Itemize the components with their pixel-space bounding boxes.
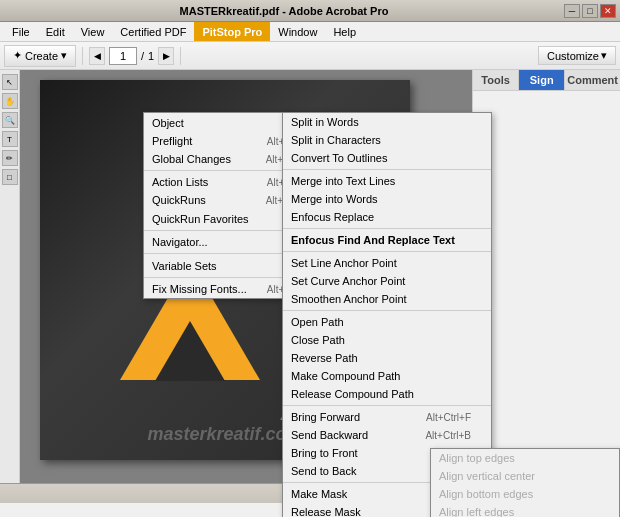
customize-button[interactable]: Customize ▾ (538, 46, 616, 65)
obj-releasecompound[interactable]: Release Compound Path (283, 385, 491, 403)
obj-bringforward[interactable]: Bring Forward Alt+Ctrl+F (283, 408, 491, 426)
actionlists-label: Action Lists (152, 176, 208, 188)
obj-sendbackward[interactable]: Send Backward Alt+Ctrl+B (283, 426, 491, 444)
tool-text[interactable]: T (2, 131, 18, 147)
menu-view[interactable]: View (73, 22, 113, 41)
splitwords-label: Split in Words (291, 116, 359, 128)
obj-makecompound[interactable]: Make Compound Path (283, 367, 491, 385)
releasemask-label: Release Mask (291, 506, 361, 517)
obj-reversepath[interactable]: Reverse Path (283, 349, 491, 367)
obj-splitchars[interactable]: Split in Characters (283, 131, 491, 149)
obj-splitwords[interactable]: Split in Words (283, 113, 491, 131)
create-star-icon: ✦ (13, 49, 22, 62)
tool-select[interactable]: ↖ (2, 74, 18, 90)
mergetextlines-label: Merge into Text Lines (291, 175, 395, 187)
tab-tools[interactable]: Tools (473, 70, 519, 90)
obj-convertoutlines[interactable]: Convert To Outlines (283, 149, 491, 167)
align-bottom[interactable]: Align bottom edges (431, 485, 619, 503)
arrow-shape-inner (155, 321, 225, 381)
varsets-label: Variable Sets (152, 260, 217, 272)
menu-bar: File Edit View Certified PDF PitStop Pro… (0, 22, 620, 42)
tool-zoom[interactable]: 🔍 (2, 112, 18, 128)
globalchanges-label: Global Changes (152, 153, 231, 165)
obj-sep2 (283, 228, 491, 229)
customize-dropdown-icon: ▾ (601, 49, 607, 62)
obj-mergetextlines[interactable]: Merge into Text Lines (283, 172, 491, 190)
toolbar: ✦ Create ▾ ◀ / 1 ▶ Customize ▾ (0, 42, 620, 70)
nav-next-button[interactable]: ▶ (158, 47, 174, 65)
right-panel-tabs: Tools Sign Comment (473, 70, 620, 91)
main-area: ↖ ✋ 🔍 T ✏ □ masterkreatif.com (0, 70, 620, 483)
mergewords-label: Merge into Words (291, 193, 378, 205)
menu-edit[interactable]: Edit (38, 22, 73, 41)
align-top-label: Align top edges (439, 452, 515, 464)
openpath-label: Open Path (291, 316, 344, 328)
page-separator: / (141, 50, 144, 62)
sendback-label: Send to Back (291, 465, 356, 477)
smoothen-label: Smoothen Anchor Point (291, 293, 407, 305)
menu-certpdf[interactable]: Certified PDF (112, 22, 194, 41)
obj-sep4 (283, 310, 491, 311)
app-title: MASTERkreatif.pdf - Adobe Acrobat Pro (4, 5, 564, 17)
align-left[interactable]: Align left edges (431, 503, 619, 517)
sendbackward-label: Send Backward (291, 429, 368, 441)
tab-sign[interactable]: Sign (519, 70, 565, 90)
align-top[interactable]: Align top edges (431, 449, 619, 467)
preflight-label: Preflight (152, 135, 192, 147)
obj-closepath[interactable]: Close Path (283, 331, 491, 349)
fixfonts-label: Fix Missing Fonts... (152, 283, 247, 295)
obj-enfocusfind[interactable]: Enfocus Find And Replace Text (283, 231, 491, 249)
setlineanchor-label: Set Line Anchor Point (291, 257, 397, 269)
obj-enfocusreplace[interactable]: Enfocus Replace (283, 208, 491, 226)
title-bar: MASTERkreatif.pdf - Adobe Acrobat Pro ─ … (0, 0, 620, 22)
bringfront-label: Bring to Front (291, 447, 358, 459)
maximize-button[interactable]: □ (582, 4, 598, 18)
menu-help[interactable]: Help (325, 22, 364, 41)
sendbackward-shortcut: Alt+Ctrl+B (425, 430, 471, 441)
menu-window[interactable]: Window (270, 22, 325, 41)
nav-prev-button[interactable]: ◀ (89, 47, 105, 65)
create-button[interactable]: ✦ Create ▾ (4, 45, 76, 67)
obj-mergewords[interactable]: Merge into Words (283, 190, 491, 208)
releasecompound-label: Release Compound Path (291, 388, 414, 400)
customize-label: Customize (547, 50, 599, 62)
quickrunfav-label: QuickRun Favorites (152, 213, 249, 225)
closepath-label: Close Path (291, 334, 345, 346)
window-controls[interactable]: ─ □ ✕ (564, 4, 616, 18)
navigator-label: Navigator... (152, 236, 208, 248)
tool-shape[interactable]: □ (2, 169, 18, 185)
menu-file[interactable]: File (4, 22, 38, 41)
page-total: 1 (148, 50, 154, 62)
align-bottom-label: Align bottom edges (439, 488, 533, 500)
page-nav: / 1 (109, 47, 154, 65)
quickruns-label: QuickRuns (152, 194, 206, 206)
setcurveanchor-label: Set Curve Anchor Point (291, 275, 405, 287)
left-sidebar: ↖ ✋ 🔍 T ✏ □ (0, 70, 20, 483)
toolbar-separator-2 (180, 47, 181, 65)
align-left-label: Align left edges (439, 506, 514, 517)
tab-comment[interactable]: Comment (565, 70, 620, 90)
bringforward-shortcut: Alt+Ctrl+F (426, 412, 471, 423)
page-number-input[interactable] (109, 47, 137, 65)
obj-smoothen[interactable]: Smoothen Anchor Point (283, 290, 491, 308)
tool-draw[interactable]: ✏ (2, 150, 18, 166)
tool-hand[interactable]: ✋ (2, 93, 18, 109)
align-vcenter[interactable]: Align vertical center (431, 467, 619, 485)
splitchars-label: Split in Characters (291, 134, 381, 146)
object-label: Object (152, 117, 184, 129)
obj-sep1 (283, 169, 491, 170)
obj-sep5 (283, 405, 491, 406)
enfocusfind-label: Enfocus Find And Replace Text (291, 234, 455, 246)
create-label: Create (25, 50, 58, 62)
obj-openpath[interactable]: Open Path (283, 313, 491, 331)
obj-setcurveanchor[interactable]: Set Curve Anchor Point (283, 272, 491, 290)
obj-setlineanchor[interactable]: Set Line Anchor Point (283, 254, 491, 272)
align-submenu[interactable]: Align top edges Align vertical center Al… (430, 448, 620, 517)
menu-pitstop[interactable]: PitStop Pro (194, 22, 270, 41)
minimize-button[interactable]: ─ (564, 4, 580, 18)
enfocusreplace-label: Enfocus Replace (291, 211, 374, 223)
bringforward-label: Bring Forward (291, 411, 360, 423)
obj-sep3 (283, 251, 491, 252)
makecompound-label: Make Compound Path (291, 370, 400, 382)
close-button[interactable]: ✕ (600, 4, 616, 18)
